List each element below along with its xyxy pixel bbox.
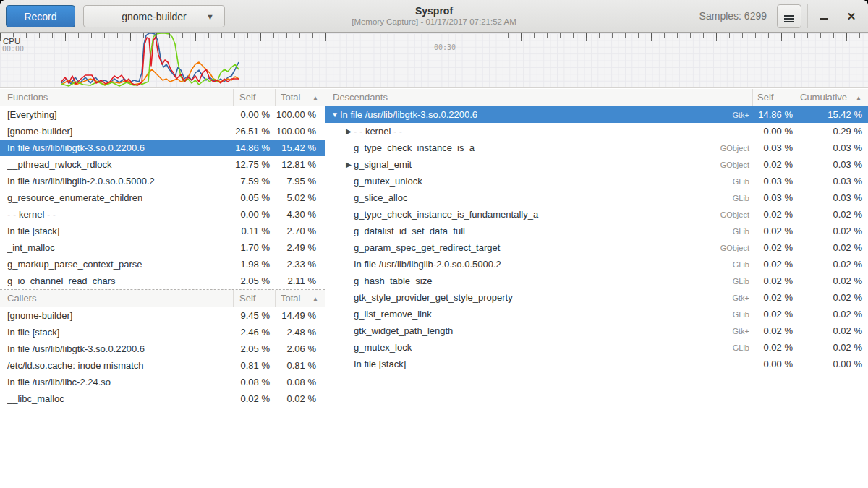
- self-percent: 0.00 %: [233, 209, 275, 220]
- cumulative-percent: 0.02 %: [796, 242, 868, 253]
- table-row[interactable]: __libc_malloc0.02 %0.02 %: [0, 390, 325, 407]
- callers-self-column-header[interactable]: Self: [233, 290, 275, 307]
- descendants-self-column-header[interactable]: Self: [752, 89, 796, 106]
- total-percent: 7.95 %: [275, 176, 325, 187]
- table-row[interactable]: /etc/ld.so.cache: inode mismatch0.81 %0.…: [0, 357, 325, 374]
- tree-row[interactable]: gtk_widget_path_lengthGtk+0.02 %0.02 %: [326, 322, 868, 339]
- function-name: In file /usr/lib/libgtk-3.so.0.2200.6: [0, 343, 233, 354]
- descendant-name: In file /usr/lib/libgtk-3.so.0.2200.6: [340, 109, 477, 120]
- descendant-name: g_mutex_lock: [354, 342, 412, 353]
- library-tag: GLib: [733, 310, 752, 319]
- tree-name-cell: In file [stack]: [326, 359, 752, 369]
- table-row[interactable]: [gnome-builder]26.51 %100.00 %: [0, 123, 325, 140]
- descendant-name: gtk_style_provider_get_style_property: [354, 292, 513, 303]
- self-percent: 0.02 %: [752, 342, 796, 353]
- cumulative-percent: 0.02 %: [796, 259, 868, 270]
- self-percent: 0.02 %: [752, 226, 796, 236]
- function-name: In file /usr/lib/libgtk-3.so.0.2200.6: [0, 142, 233, 153]
- function-name: g_markup_parse_context_parse: [0, 259, 233, 270]
- cpu-graph[interactable]: CPU 00:00 00:30: [0, 33, 868, 88]
- tree-row[interactable]: g_param_spec_get_redirect_targetGObject0…: [326, 239, 868, 256]
- self-percent: 26.51 %: [233, 126, 275, 137]
- tree-name-cell: In file /usr/lib/libglib-2.0.so.0.5000.2…: [326, 259, 752, 270]
- callers-total-column-header[interactable]: Total ▲: [275, 290, 325, 307]
- process-selector-label: gnome-builder: [122, 11, 187, 22]
- table-row[interactable]: In file /usr/lib/libgtk-3.so.0.2200.614.…: [0, 140, 325, 156]
- tree-row[interactable]: gtk_style_provider_get_style_propertyGtk…: [326, 289, 868, 306]
- descendant-name: In file [stack]: [354, 359, 406, 369]
- tree-row[interactable]: g_type_check_instance_is_fundamentally_a…: [326, 206, 868, 223]
- descendant-name: g_slice_alloc: [354, 192, 407, 203]
- library-tag: Gtk+: [732, 327, 752, 335]
- table-row[interactable]: - - kernel - -0.00 %4.30 %: [0, 206, 325, 223]
- tree-row[interactable]: ▶- - kernel - -0.00 %0.29 %: [326, 123, 868, 140]
- self-percent: 0.00 %: [752, 359, 796, 369]
- self-percent: 0.00 %: [233, 109, 275, 120]
- total-percent: 15.42 %: [275, 142, 325, 153]
- tree-row[interactable]: g_mutex_unlockGLib0.03 %0.03 %: [326, 173, 868, 189]
- table-row[interactable]: In file [stack]0.11 %2.70 %: [0, 223, 325, 239]
- tree-name-cell: g_param_spec_get_redirect_targetGObject: [326, 242, 752, 253]
- table-row[interactable]: g_markup_parse_context_parse1.98 %2.33 %: [0, 256, 325, 273]
- tree-name-cell: gtk_widget_path_lengthGtk+: [326, 325, 752, 336]
- right-pane: Descendants Self Cumulative ▲ ▼In file /…: [326, 89, 868, 488]
- tree-row[interactable]: g_type_check_instance_is_aGObject0.03 %0…: [326, 140, 868, 156]
- expander-closed-icon[interactable]: ▶: [344, 127, 354, 135]
- function-name: In file /usr/lib/libglib-2.0.so.0.5000.2: [0, 176, 233, 187]
- total-percent: 100.00 %: [275, 126, 325, 137]
- tree-row[interactable]: g_datalist_id_set_data_fullGLib0.02 %0.0…: [326, 223, 868, 239]
- table-row[interactable]: [Everything]0.00 %100.00 %: [0, 106, 325, 123]
- tree-name-cell: g_mutex_unlockGLib: [326, 176, 752, 187]
- close-button[interactable]: ✕: [839, 0, 864, 33]
- functions-column-header[interactable]: Functions: [0, 89, 233, 106]
- library-tag: GObject: [720, 244, 752, 252]
- callers-column-header[interactable]: Callers: [0, 290, 233, 307]
- total-percent: 2.06 %: [275, 343, 325, 354]
- table-row[interactable]: _int_malloc1.70 %2.49 %: [0, 239, 325, 256]
- cumulative-percent: 0.03 %: [796, 159, 868, 170]
- minimize-button[interactable]: [812, 0, 836, 33]
- tree-row[interactable]: g_hash_table_sizeGLib0.02 %0.02 %: [326, 273, 868, 289]
- time-label-mid: 00:30: [434, 43, 456, 51]
- tree-row[interactable]: In file [stack]0.00 %0.00 %: [326, 356, 868, 372]
- self-percent: 0.03 %: [752, 176, 796, 187]
- descendants-column-header[interactable]: Descendants: [326, 89, 752, 106]
- table-row[interactable]: __pthread_rwlock_rdlock12.75 %12.81 %: [0, 156, 325, 173]
- tree-row[interactable]: g_list_remove_linkGLib0.02 %0.02 %: [326, 306, 868, 322]
- descendant-name: - - kernel - -: [354, 126, 402, 137]
- cumulative-percent: 0.00 %: [796, 359, 868, 369]
- self-percent: 0.00 %: [752, 126, 796, 137]
- table-row[interactable]: In file [stack]2.46 %2.48 %: [0, 324, 325, 341]
- table-row[interactable]: In file /usr/lib/libc-2.24.so0.08 %0.08 …: [0, 374, 325, 390]
- tree-row[interactable]: g_mutex_lockGLib0.02 %0.02 %: [326, 339, 868, 356]
- table-row[interactable]: [gnome-builder]9.45 %14.49 %: [0, 307, 325, 324]
- tree-row[interactable]: In file /usr/lib/libglib-2.0.so.0.5000.2…: [326, 256, 868, 273]
- functions-self-column-header[interactable]: Self: [233, 89, 275, 106]
- expander-open-icon[interactable]: ▼: [330, 111, 340, 119]
- function-name: __libc_malloc: [0, 393, 233, 404]
- menu-button[interactable]: [777, 4, 801, 28]
- table-row[interactable]: g_resource_enumerate_children0.05 %5.02 …: [0, 189, 325, 206]
- self-percent: 0.02 %: [752, 309, 796, 320]
- self-percent: 0.02 %: [752, 275, 796, 286]
- tree-row[interactable]: ▼In file /usr/lib/libgtk-3.so.0.2200.6Gt…: [326, 106, 868, 123]
- expander-closed-icon[interactable]: ▶: [344, 160, 354, 168]
- descendants-cumulative-column-header[interactable]: Cumulative ▲: [796, 89, 868, 106]
- self-percent: 0.02 %: [752, 209, 796, 220]
- self-percent: 0.02 %: [752, 292, 796, 303]
- headerbar-separator: [807, 4, 808, 28]
- close-icon: ✕: [847, 10, 856, 22]
- record-button[interactable]: Record: [6, 5, 75, 27]
- tree-row[interactable]: ▶g_signal_emitGObject0.02 %0.03 %: [326, 156, 868, 173]
- cumulative-percent: 0.03 %: [796, 142, 868, 153]
- table-row[interactable]: g_io_channel_read_chars2.05 %2.11 %: [0, 273, 325, 289]
- tree-row[interactable]: g_slice_allocGLib0.03 %0.03 %: [326, 189, 868, 206]
- cumulative-percent: 0.02 %: [796, 226, 868, 236]
- table-row[interactable]: In file /usr/lib/libglib-2.0.so.0.5000.2…: [0, 173, 325, 189]
- table-row[interactable]: In file /usr/lib/libgtk-3.so.0.2200.62.0…: [0, 341, 325, 357]
- self-percent: 0.11 %: [233, 226, 275, 236]
- tree-name-cell: g_list_remove_linkGLib: [326, 309, 752, 320]
- functions-total-column-header[interactable]: Total ▲: [275, 89, 325, 106]
- process-selector-dropdown[interactable]: gnome-builder ▼: [83, 5, 225, 27]
- time-label-start: 00:00: [2, 45, 24, 53]
